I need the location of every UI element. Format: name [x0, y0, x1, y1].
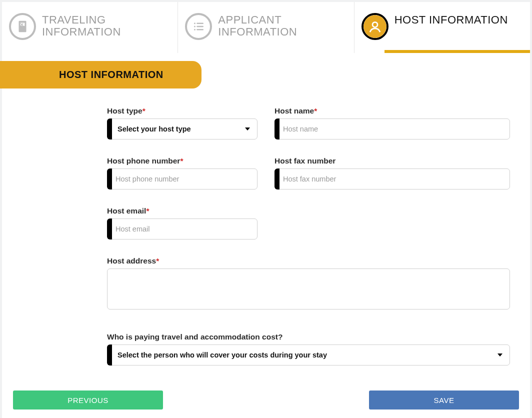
host-fax-label: Host fax number [274, 156, 510, 166]
previous-button[interactable]: PREVIOUS [13, 390, 163, 410]
svg-rect-0 [19, 21, 26, 32]
host-phone-input[interactable] [107, 168, 258, 190]
field-accent-bar [107, 344, 112, 366]
host-fax-input[interactable] [274, 168, 510, 190]
section-title: HOST INFORMATION [0, 61, 202, 88]
host-address-textarea[interactable] [107, 268, 510, 310]
person-icon [362, 13, 388, 40]
list-icon [185, 13, 212, 40]
host-name-input[interactable] [274, 118, 510, 140]
host-type-select[interactable]: Select your host type [107, 118, 258, 140]
payer-select[interactable]: Select the person who will cover your co… [107, 344, 510, 366]
chevron-down-icon [498, 354, 502, 356]
tab-traveling-information[interactable]: TRAVELING INFORMATION [2, 2, 178, 53]
host-email-label: Host email* [107, 206, 258, 216]
passport-icon [9, 13, 36, 40]
select-value: Select your host type [118, 125, 191, 133]
field-accent-bar [107, 218, 112, 240]
host-address-label: Host address* [107, 256, 510, 266]
field-accent-bar [107, 168, 112, 190]
step-tabs: TRAVELING INFORMATION APPLICANT INFORMAT… [2, 2, 530, 53]
active-indicator [384, 50, 530, 53]
select-value: Select the person who will cover your co… [118, 351, 327, 359]
tab-label: HOST INFORMATION [394, 13, 508, 26]
svg-point-2 [194, 22, 196, 24]
host-phone-label: Host phone number* [107, 156, 258, 166]
svg-point-8 [372, 22, 378, 27]
tab-label: APPLICANT INFORMATION [218, 13, 346, 38]
field-accent-bar [274, 118, 280, 140]
field-accent-bar [274, 168, 280, 190]
tab-label: TRAVELING INFORMATION [42, 13, 170, 38]
tab-host-information[interactable]: HOST INFORMATION [354, 2, 530, 53]
svg-point-4 [194, 26, 196, 28]
host-name-label: Host name* [274, 106, 510, 116]
host-email-input[interactable] [107, 218, 258, 240]
field-accent-bar [107, 118, 112, 140]
host-type-label: Host type* [107, 106, 258, 116]
payer-label: Who is paying travel and accommodation c… [107, 332, 510, 342]
save-button[interactable]: SAVE [369, 390, 519, 410]
svg-point-6 [194, 29, 196, 30]
chevron-down-icon [245, 128, 250, 130]
tab-applicant-information[interactable]: APPLICANT INFORMATION [178, 2, 354, 53]
